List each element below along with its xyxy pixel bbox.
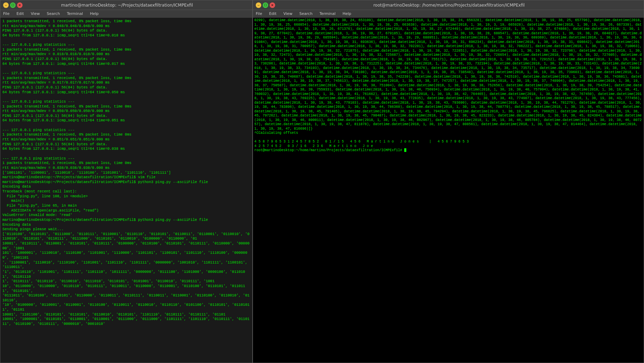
- right-window-controls[interactable]: – ☐ ✕: [256, 2, 275, 8]
- right-window-title: root@martinoDesktop: /home/martino/Proje…: [275, 3, 623, 8]
- maximize-button-left[interactable]: ☐: [10, 2, 16, 8]
- left-menu-edit[interactable]: Edit: [15, 11, 25, 16]
- left-terminal-content[interactable]: 1 packets transmitted, 1 received, 0% pa…: [0, 18, 252, 363]
- right-terminal-content[interactable]: 0299), datetime.datetime(2018, 1, 30, 19…: [253, 18, 644, 363]
- right-menu-search[interactable]: Search: [298, 11, 314, 16]
- left-terminal-window: – ☐ ✕ martino@martinoDesktop: ~/Projects…: [0, 0, 253, 363]
- desktop: – ☐ ✕ martino@martinoDesktop: ~/Projects…: [0, 0, 644, 363]
- left-menu-help[interactable]: Help: [88, 11, 100, 16]
- right-menu-help[interactable]: Help: [341, 11, 353, 16]
- left-window-controls[interactable]: – ☐ ✕: [3, 2, 23, 8]
- left-menu-view[interactable]: View: [29, 11, 41, 16]
- close-button-right[interactable]: ✕: [270, 2, 275, 8]
- left-menu-terminal[interactable]: Terminal: [66, 11, 85, 16]
- right-title-bar: – ☐ ✕ root@martinoDesktop: /home/martino…: [253, 0, 644, 10]
- close-button-left[interactable]: ✕: [17, 2, 23, 8]
- right-menu-view[interactable]: View: [282, 11, 294, 16]
- right-terminal-window: – ☐ ✕ root@martinoDesktop: /home/martino…: [253, 0, 644, 363]
- maximize-button-right[interactable]: ☐: [263, 2, 268, 8]
- left-title-bar: – ☐ ✕ martino@martinoDesktop: ~/Projects…: [0, 0, 252, 10]
- left-menu-search[interactable]: Search: [45, 11, 61, 16]
- left-menu-bar: File Edit View Search Terminal Help: [0, 10, 252, 18]
- left-menu-file[interactable]: File: [2, 11, 11, 16]
- right-menu-edit[interactable]: Edit: [268, 11, 278, 16]
- left-window-title: martino@martinoDesktop: ~/Projects/datae…: [23, 3, 231, 8]
- right-menu-file[interactable]: File: [254, 11, 263, 16]
- right-menu-terminal[interactable]: Terminal: [318, 11, 337, 16]
- right-menu-bar: File Edit View Search Terminal Help: [253, 10, 644, 18]
- minimize-button-left[interactable]: –: [3, 2, 9, 8]
- minimize-button-right[interactable]: –: [256, 2, 261, 8]
